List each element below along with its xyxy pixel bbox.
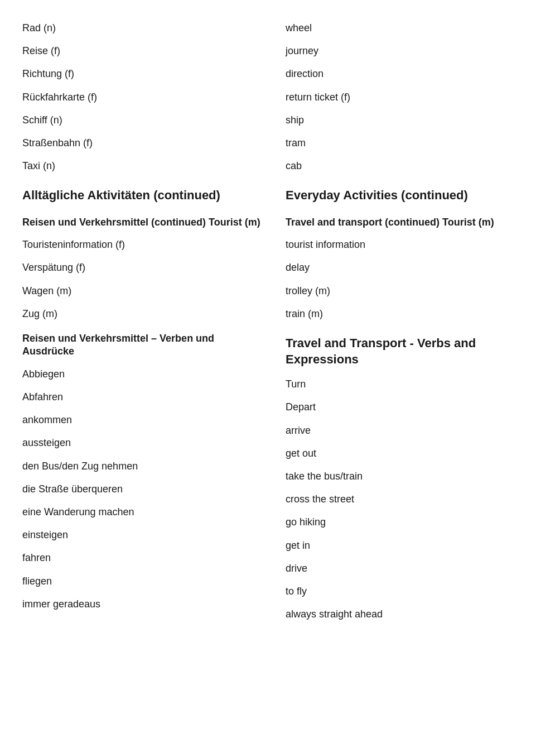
vocab-item: ankommen [22, 409, 263, 432]
vocab-item: Abfahren [22, 386, 263, 409]
vocab-item: take the bus/train [286, 465, 538, 488]
sub-heading: Reisen und Verkehrsmittel (continued) To… [22, 209, 263, 233]
vocab-item: direction [286, 63, 538, 85]
vocab-item: tram [286, 132, 538, 155]
vocab-item: Zug (m) [22, 303, 263, 325]
vocab-item: Straßenbahn (f) [22, 132, 263, 155]
vocab-item: Abbiegen [22, 363, 263, 386]
section-heading: Alltägliche Aktivitäten (continued) [22, 178, 263, 209]
vocab-item: Reise (f) [22, 40, 263, 63]
vocab-item: Touristeninformation (f) [22, 233, 263, 256]
vocab-item: wheel [286, 17, 538, 40]
vocab-item: cab [286, 155, 538, 178]
vocab-item: Rad (n) [22, 17, 263, 40]
vocab-item: den Bus/den Zug nehmen [22, 455, 263, 478]
vocab-item: Rückfahrkarte (f) [22, 86, 263, 109]
vocab-item: trolley (m) [286, 280, 538, 303]
vocab-item: get out [286, 442, 538, 465]
vocab-item: go hiking [286, 511, 538, 534]
vocab-item: eine Wanderung machen [22, 501, 263, 524]
section-heading: Everyday Activities (continued) [286, 178, 538, 209]
column-right: wheeljourneydirectionreturn ticket (f)sh… [280, 17, 538, 626]
vocab-item: immer geradeaus [22, 593, 263, 616]
vocab-item: fliegen [22, 570, 263, 593]
vocab-item: always straight ahead [286, 603, 538, 626]
section-heading: Travel and Transport - Verbs and Express… [286, 325, 538, 373]
vocab-item: to fly [286, 580, 538, 603]
vocab-item: journey [286, 40, 538, 63]
vocab-item: Wagen (m) [22, 280, 263, 303]
vocab-item: Turn [286, 373, 538, 396]
vocab-item: get in [286, 534, 538, 557]
vocab-item: return ticket (f) [286, 86, 538, 109]
sub-heading: Travel and transport (continued) Tourist… [286, 209, 538, 233]
vocab-item: tourist information [286, 233, 538, 256]
vocab-item: delay [286, 256, 538, 279]
vocab-item: arrive [286, 419, 538, 442]
vocab-item: drive [286, 557, 538, 580]
vocab-item: Taxi (n) [22, 155, 263, 178]
vocab-item: aussteigen [22, 432, 263, 454]
vocab-item: einsteigen [22, 524, 263, 547]
vocab-item: cross the street [286, 488, 538, 511]
vocab-item: die Straße überqueren [22, 478, 263, 501]
vocab-item: Richtung (f) [22, 63, 263, 85]
vocab-item: fahren [22, 547, 263, 569]
vocab-item: Depart [286, 396, 538, 419]
sub-heading: Reisen und Verkehrsmittel – Verben und A… [22, 325, 263, 363]
column-left: Rad (n)Reise (f)Richtung (f)Rückfahrkart… [22, 17, 280, 626]
vocab-item: train (m) [286, 303, 538, 325]
main-content: Rad (n)Reise (f)Richtung (f)Rückfahrkart… [22, 17, 538, 626]
vocab-item: Schiff (n) [22, 109, 263, 132]
vocab-item: Verspätung (f) [22, 256, 263, 279]
vocab-item: ship [286, 109, 538, 132]
